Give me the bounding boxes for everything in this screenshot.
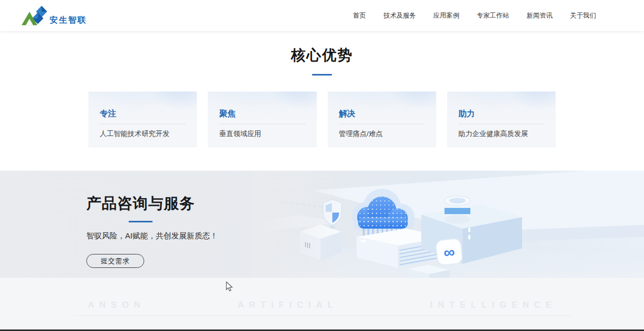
nav-item-cases[interactable]: 应用案例 [434, 11, 459, 20]
nav-item-about[interactable]: 关于我们 [570, 11, 596, 20]
card-title: 助力 [458, 109, 544, 119]
nav-item-expert-workstation[interactable]: 专家工作站 [477, 11, 510, 20]
submit-request-button[interactable]: 提交需求 [86, 254, 144, 268]
card-divider [339, 124, 425, 124]
banner-content: 产品咨询与服务 智驭风险，AI赋能，共创发展新质态！ 提交需求 [86, 193, 218, 268]
card-description: 助力企业健康高质发展 [458, 129, 544, 139]
card-description: 垂直领域应用 [219, 129, 305, 139]
watermark-word: ANSON [88, 300, 145, 310]
card-divider [458, 124, 544, 124]
mouse-cursor-icon [226, 281, 233, 292]
banner-title-wrap: 产品咨询与服务 [86, 193, 195, 222]
brand-logo-icon [21, 4, 48, 27]
database-icon [444, 196, 470, 224]
card-title: 聚焦 [219, 109, 305, 119]
consult-banner: ∞ 产品咨询与服务 智驭风险，AI赋能，共创发展新质态！ 提交需求 [0, 171, 644, 278]
nav-item-tech-services[interactable]: 技术及服务 [384, 11, 416, 20]
banner-title-underline [129, 221, 152, 222]
infinity-logo-glyph: ∞ [443, 243, 456, 261]
footer-divider [73, 315, 571, 316]
card-description: 人工智能技术研究开发 [100, 129, 186, 139]
banner-subtitle: 智驭风险，AI赋能，共创发展新质态！ [86, 231, 218, 241]
watermark-word: ARTIFICIAL [238, 300, 338, 310]
watermark-word: INTELLIGENCE [430, 300, 557, 310]
advantage-card-solve[interactable]: 解决 管理痛点/难点 [328, 92, 436, 147]
brand-logo[interactable]: 安生智联 [21, 4, 87, 27]
card-title: 专注 [100, 109, 186, 119]
main-nav: 首页 技术及服务 应用案例 专家工作站 新闻资讯 关于我们 [353, 11, 596, 20]
advantage-card-empower[interactable]: 助力 助力企业健康高质发展 [447, 92, 556, 147]
nav-item-home[interactable]: 首页 [353, 11, 366, 20]
advantage-card-converge[interactable]: 聚焦 垂直领域应用 [208, 92, 316, 147]
footer-watermark: ANSON ARTIFICIAL INTELLIGENCE [88, 278, 557, 310]
advantage-card-focus[interactable]: 专注 人工智能技术研究开发 [88, 92, 197, 147]
site-footer: ANSON ARTIFICIAL INTELLIGENCE [0, 278, 644, 331]
title-underline [312, 74, 332, 76]
section-title: 核心优势 [0, 46, 644, 65]
brand-name: 安生智联 [50, 15, 87, 27]
banner-title: 产品咨询与服务 [86, 193, 195, 214]
card-divider [219, 124, 305, 124]
infinity-tile-icon: ∞ [436, 238, 463, 266]
nav-item-news[interactable]: 新闻资讯 [527, 11, 553, 20]
banner-3d-illustration: ∞ [251, 171, 644, 278]
card-divider [100, 124, 186, 124]
card-description: 管理痛点/难点 [339, 129, 425, 139]
card-title: 解决 [339, 109, 425, 119]
site-header: 安生智联 首页 技术及服务 应用案例 专家工作站 新闻资讯 关于我们 [0, 0, 644, 31]
advantage-cards: 专注 人工智能技术研究开发 聚焦 垂直领域应用 解决 管理痛点/难点 助力 助力… [88, 92, 556, 147]
